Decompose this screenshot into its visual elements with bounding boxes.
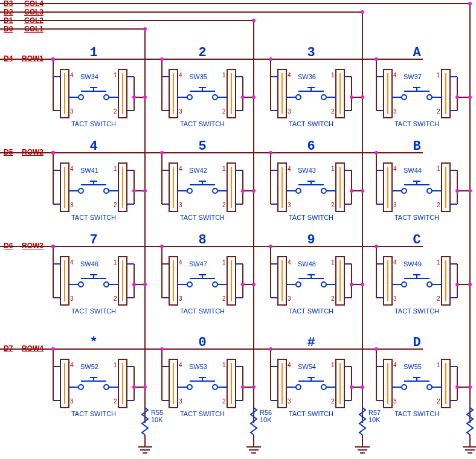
svg-point-354 (187, 385, 192, 390)
tact-switch-label: TACT SWITCH (166, 214, 239, 221)
pin-3: 3 (288, 295, 291, 302)
key-3: 3 (257, 45, 365, 60)
ref-SW47: SW47 (189, 260, 207, 268)
svg-point-9 (252, 19, 256, 22)
pin-4: 4 (179, 259, 182, 266)
svg-point-44 (143, 95, 147, 99)
pin-1: 1 (331, 165, 335, 172)
pin-3: 3 (393, 295, 397, 302)
svg-point-29 (79, 95, 83, 100)
net-name-COL3: COL3 (24, 8, 43, 16)
svg-point-206 (427, 188, 432, 193)
pin-2: 2 (331, 202, 335, 208)
svg-point-406 (427, 385, 432, 390)
ref-SW49: SW49 (404, 260, 422, 268)
pin-4: 4 (393, 72, 397, 79)
pin-1: 1 (114, 72, 117, 79)
svg-point-204 (402, 188, 407, 193)
pin-4: 4 (179, 362, 182, 368)
pin-3: 3 (288, 202, 291, 208)
svg-point-104 (402, 95, 407, 100)
res-val: 10K (151, 416, 163, 423)
svg-point-79 (296, 95, 301, 100)
pin-3: 3 (179, 398, 182, 405)
svg-point-131 (104, 188, 109, 193)
net-pin-D3: D3 (4, 0, 13, 8)
svg-point-268 (241, 283, 245, 286)
pin-1: 1 (437, 362, 440, 368)
tact-switch-label: TACT SWITCH (57, 120, 130, 127)
pin-1: 1 (222, 362, 226, 368)
pin-2: 2 (222, 398, 226, 405)
pin-3: 3 (288, 398, 291, 405)
svg-point-419 (468, 385, 472, 389)
pin-4: 4 (179, 72, 182, 79)
net-name-COL1: COL1 (24, 25, 43, 33)
tact-switch-label: TACT SWITCH (166, 307, 239, 315)
res-val: 10K (368, 416, 381, 423)
pin-2: 2 (331, 108, 335, 115)
key-5: 5 (148, 139, 257, 154)
key-*: * (39, 335, 148, 350)
ref-SW37: SW37 (404, 73, 422, 80)
svg-point-243 (132, 283, 136, 286)
net-pin-D2: D2 (4, 8, 13, 16)
svg-point-294 (361, 283, 364, 286)
pin-1: 1 (222, 72, 226, 79)
pin-4: 4 (70, 362, 74, 368)
tact-switch-label: TACT SWITCH (381, 120, 453, 127)
row-pin-D7: D7 (4, 344, 13, 353)
key-9: 9 (257, 233, 365, 248)
svg-point-119 (468, 95, 472, 99)
key-D: D (362, 335, 471, 350)
tact-switch-label: TACT SWITCH (275, 214, 347, 221)
svg-point-329 (79, 385, 83, 390)
pin-1: 1 (331, 362, 335, 368)
svg-point-404 (402, 385, 407, 390)
ref-SW48: SW48 (298, 260, 316, 268)
svg-point-393 (350, 385, 353, 389)
res-ref: R56 (260, 409, 272, 416)
svg-point-154 (187, 188, 192, 193)
svg-point-229 (79, 282, 83, 287)
key-#: # (257, 335, 365, 350)
pin-2: 2 (114, 108, 117, 115)
svg-point-168 (241, 189, 245, 193)
res-val: 10K (260, 416, 272, 423)
pin-3: 3 (179, 295, 182, 302)
pin-2: 2 (331, 295, 335, 302)
ref-SW36: SW36 (298, 73, 316, 80)
pin-1: 1 (114, 362, 117, 368)
ref-SW43: SW43 (298, 167, 316, 174)
svg-point-379 (296, 385, 301, 390)
ref-SW35: SW35 (189, 73, 207, 80)
pin-2: 2 (114, 202, 117, 208)
pin-2: 2 (222, 295, 226, 302)
pin-1: 1 (437, 72, 440, 79)
svg-point-304 (402, 282, 407, 287)
pin-4: 4 (70, 165, 74, 172)
svg-point-69 (252, 95, 256, 99)
svg-point-256 (213, 282, 217, 287)
pin-1: 1 (437, 165, 440, 172)
svg-point-194 (361, 189, 364, 193)
key-2: 2 (148, 45, 257, 60)
pin-3: 3 (70, 108, 74, 115)
svg-point-418 (455, 385, 459, 389)
pin-2: 2 (331, 398, 335, 405)
net-name-COL2: COL2 (24, 16, 43, 25)
resistor-R56: R5610K (260, 409, 272, 423)
pin-3: 3 (70, 398, 74, 405)
tact-switch-label: TACT SWITCH (381, 410, 453, 417)
svg-point-369 (252, 385, 256, 389)
ref-SW42: SW42 (189, 167, 207, 174)
pin-4: 4 (288, 72, 291, 79)
svg-point-356 (213, 385, 217, 390)
pin-4: 4 (393, 259, 397, 266)
pin-1: 1 (222, 259, 226, 266)
svg-point-279 (296, 282, 301, 287)
svg-point-319 (468, 283, 472, 286)
tact-switch-label: TACT SWITCH (381, 214, 453, 221)
ref-SW34: SW34 (80, 73, 98, 80)
pin-3: 3 (70, 202, 74, 208)
